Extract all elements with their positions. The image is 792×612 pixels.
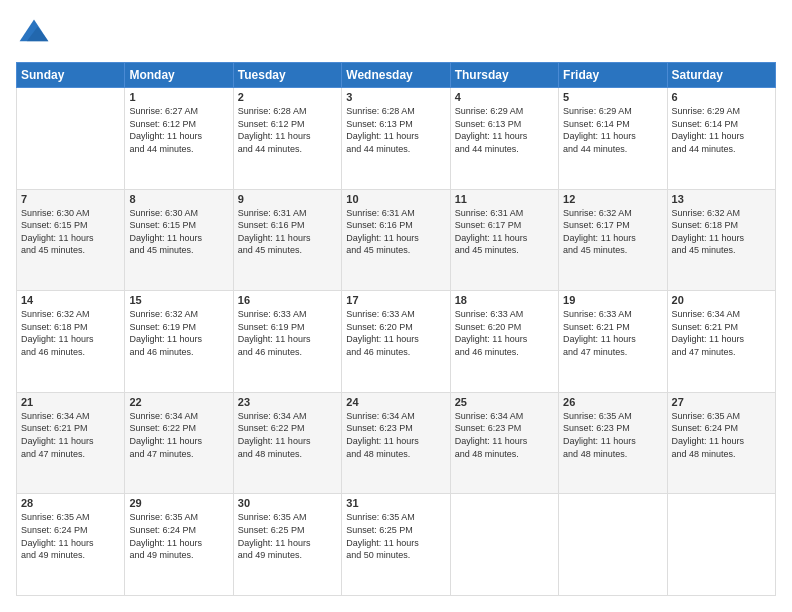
day-info: Sunrise: 6:35 AM Sunset: 6:25 PM Dayligh… [238, 511, 337, 561]
day-info: Sunrise: 6:31 AM Sunset: 6:16 PM Dayligh… [238, 207, 337, 257]
day-number: 22 [129, 396, 228, 408]
day-cell: 3Sunrise: 6:28 AM Sunset: 6:13 PM Daylig… [342, 88, 450, 190]
day-cell: 8Sunrise: 6:30 AM Sunset: 6:15 PM Daylig… [125, 189, 233, 291]
day-info: Sunrise: 6:34 AM Sunset: 6:22 PM Dayligh… [129, 410, 228, 460]
day-header-saturday: Saturday [667, 63, 775, 88]
day-info: Sunrise: 6:34 AM Sunset: 6:21 PM Dayligh… [21, 410, 120, 460]
week-row-4: 21Sunrise: 6:34 AM Sunset: 6:21 PM Dayli… [17, 392, 776, 494]
day-info: Sunrise: 6:33 AM Sunset: 6:20 PM Dayligh… [346, 308, 445, 358]
day-number: 18 [455, 294, 554, 306]
day-number: 28 [21, 497, 120, 509]
day-info: Sunrise: 6:32 AM Sunset: 6:19 PM Dayligh… [129, 308, 228, 358]
day-cell: 22Sunrise: 6:34 AM Sunset: 6:22 PM Dayli… [125, 392, 233, 494]
day-info: Sunrise: 6:34 AM Sunset: 6:21 PM Dayligh… [672, 308, 771, 358]
day-cell: 13Sunrise: 6:32 AM Sunset: 6:18 PM Dayli… [667, 189, 775, 291]
day-number: 21 [21, 396, 120, 408]
day-cell [559, 494, 667, 596]
week-row-5: 28Sunrise: 6:35 AM Sunset: 6:24 PM Dayli… [17, 494, 776, 596]
day-info: Sunrise: 6:35 AM Sunset: 6:24 PM Dayligh… [129, 511, 228, 561]
day-cell: 6Sunrise: 6:29 AM Sunset: 6:14 PM Daylig… [667, 88, 775, 190]
day-info: Sunrise: 6:31 AM Sunset: 6:17 PM Dayligh… [455, 207, 554, 257]
day-cell: 14Sunrise: 6:32 AM Sunset: 6:18 PM Dayli… [17, 291, 125, 393]
day-info: Sunrise: 6:29 AM Sunset: 6:13 PM Dayligh… [455, 105, 554, 155]
day-info: Sunrise: 6:32 AM Sunset: 6:18 PM Dayligh… [672, 207, 771, 257]
header-row: SundayMondayTuesdayWednesdayThursdayFrid… [17, 63, 776, 88]
day-header-tuesday: Tuesday [233, 63, 341, 88]
day-info: Sunrise: 6:28 AM Sunset: 6:13 PM Dayligh… [346, 105, 445, 155]
day-header-friday: Friday [559, 63, 667, 88]
day-cell: 10Sunrise: 6:31 AM Sunset: 6:16 PM Dayli… [342, 189, 450, 291]
logo [16, 16, 56, 52]
day-number: 1 [129, 91, 228, 103]
week-row-1: 1Sunrise: 6:27 AM Sunset: 6:12 PM Daylig… [17, 88, 776, 190]
day-number: 29 [129, 497, 228, 509]
day-number: 23 [238, 396, 337, 408]
day-info: Sunrise: 6:33 AM Sunset: 6:21 PM Dayligh… [563, 308, 662, 358]
day-number: 9 [238, 193, 337, 205]
day-number: 30 [238, 497, 337, 509]
day-cell: 20Sunrise: 6:34 AM Sunset: 6:21 PM Dayli… [667, 291, 775, 393]
day-number: 13 [672, 193, 771, 205]
day-cell: 17Sunrise: 6:33 AM Sunset: 6:20 PM Dayli… [342, 291, 450, 393]
day-number: 26 [563, 396, 662, 408]
day-cell: 12Sunrise: 6:32 AM Sunset: 6:17 PM Dayli… [559, 189, 667, 291]
day-number: 31 [346, 497, 445, 509]
day-cell: 19Sunrise: 6:33 AM Sunset: 6:21 PM Dayli… [559, 291, 667, 393]
day-cell: 21Sunrise: 6:34 AM Sunset: 6:21 PM Dayli… [17, 392, 125, 494]
day-info: Sunrise: 6:35 AM Sunset: 6:24 PM Dayligh… [672, 410, 771, 460]
day-header-sunday: Sunday [17, 63, 125, 88]
day-cell: 24Sunrise: 6:34 AM Sunset: 6:23 PM Dayli… [342, 392, 450, 494]
day-info: Sunrise: 6:32 AM Sunset: 6:17 PM Dayligh… [563, 207, 662, 257]
day-number: 8 [129, 193, 228, 205]
day-cell: 31Sunrise: 6:35 AM Sunset: 6:25 PM Dayli… [342, 494, 450, 596]
day-number: 27 [672, 396, 771, 408]
day-number: 20 [672, 294, 771, 306]
day-number: 15 [129, 294, 228, 306]
day-header-wednesday: Wednesday [342, 63, 450, 88]
day-info: Sunrise: 6:33 AM Sunset: 6:19 PM Dayligh… [238, 308, 337, 358]
day-number: 11 [455, 193, 554, 205]
day-number: 24 [346, 396, 445, 408]
header [16, 16, 776, 52]
day-number: 4 [455, 91, 554, 103]
day-cell [667, 494, 775, 596]
day-info: Sunrise: 6:34 AM Sunset: 6:23 PM Dayligh… [346, 410, 445, 460]
day-cell: 27Sunrise: 6:35 AM Sunset: 6:24 PM Dayli… [667, 392, 775, 494]
day-cell: 7Sunrise: 6:30 AM Sunset: 6:15 PM Daylig… [17, 189, 125, 291]
page: SundayMondayTuesdayWednesdayThursdayFrid… [0, 0, 792, 612]
day-cell [450, 494, 558, 596]
day-header-monday: Monday [125, 63, 233, 88]
day-number: 2 [238, 91, 337, 103]
day-cell: 1Sunrise: 6:27 AM Sunset: 6:12 PM Daylig… [125, 88, 233, 190]
day-info: Sunrise: 6:35 AM Sunset: 6:24 PM Dayligh… [21, 511, 120, 561]
day-number: 19 [563, 294, 662, 306]
day-cell: 25Sunrise: 6:34 AM Sunset: 6:23 PM Dayli… [450, 392, 558, 494]
day-cell: 23Sunrise: 6:34 AM Sunset: 6:22 PM Dayli… [233, 392, 341, 494]
day-number: 7 [21, 193, 120, 205]
day-cell: 29Sunrise: 6:35 AM Sunset: 6:24 PM Dayli… [125, 494, 233, 596]
day-number: 25 [455, 396, 554, 408]
day-info: Sunrise: 6:31 AM Sunset: 6:16 PM Dayligh… [346, 207, 445, 257]
day-info: Sunrise: 6:35 AM Sunset: 6:23 PM Dayligh… [563, 410, 662, 460]
day-number: 14 [21, 294, 120, 306]
day-number: 6 [672, 91, 771, 103]
day-info: Sunrise: 6:28 AM Sunset: 6:12 PM Dayligh… [238, 105, 337, 155]
day-info: Sunrise: 6:33 AM Sunset: 6:20 PM Dayligh… [455, 308, 554, 358]
day-info: Sunrise: 6:34 AM Sunset: 6:23 PM Dayligh… [455, 410, 554, 460]
day-info: Sunrise: 6:27 AM Sunset: 6:12 PM Dayligh… [129, 105, 228, 155]
day-info: Sunrise: 6:34 AM Sunset: 6:22 PM Dayligh… [238, 410, 337, 460]
day-number: 16 [238, 294, 337, 306]
logo-icon [16, 16, 52, 52]
day-header-thursday: Thursday [450, 63, 558, 88]
day-cell: 11Sunrise: 6:31 AM Sunset: 6:17 PM Dayli… [450, 189, 558, 291]
day-info: Sunrise: 6:29 AM Sunset: 6:14 PM Dayligh… [672, 105, 771, 155]
day-cell: 5Sunrise: 6:29 AM Sunset: 6:14 PM Daylig… [559, 88, 667, 190]
day-cell: 30Sunrise: 6:35 AM Sunset: 6:25 PM Dayli… [233, 494, 341, 596]
day-number: 3 [346, 91, 445, 103]
calendar-table: SundayMondayTuesdayWednesdayThursdayFrid… [16, 62, 776, 596]
day-number: 5 [563, 91, 662, 103]
day-cell: 9Sunrise: 6:31 AM Sunset: 6:16 PM Daylig… [233, 189, 341, 291]
day-number: 17 [346, 294, 445, 306]
day-info: Sunrise: 6:32 AM Sunset: 6:18 PM Dayligh… [21, 308, 120, 358]
day-info: Sunrise: 6:35 AM Sunset: 6:25 PM Dayligh… [346, 511, 445, 561]
